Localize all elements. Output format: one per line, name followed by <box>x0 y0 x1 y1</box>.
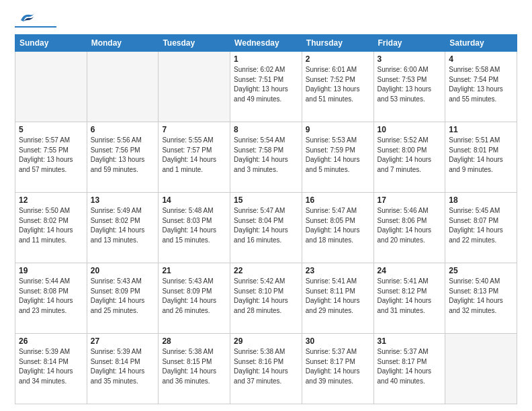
calendar-cell: 16Sunrise: 5:47 AMSunset: 8:05 PMDayligh… <box>302 193 373 263</box>
day-number: 22 <box>234 266 298 275</box>
cell-info: Sunrise: 5:44 AMSunset: 8:08 PMDaylight:… <box>19 277 83 316</box>
calendar-table: SundayMondayTuesdayWednesdayThursdayFrid… <box>15 34 517 404</box>
weekday-header-sunday: Sunday <box>15 35 87 52</box>
calendar-cell <box>445 334 517 404</box>
day-number: 17 <box>378 195 442 205</box>
cell-info: Sunrise: 5:54 AMSunset: 7:58 PMDaylight:… <box>234 136 298 175</box>
cell-info: Sunrise: 6:01 AMSunset: 7:52 PMDaylight:… <box>306 65 370 104</box>
calendar-cell: 24Sunrise: 5:41 AMSunset: 8:12 PMDayligh… <box>373 263 445 334</box>
cell-info: Sunrise: 5:47 AMSunset: 8:05 PMDaylight:… <box>306 206 370 245</box>
day-number: 10 <box>378 125 442 134</box>
day-number: 7 <box>162 125 226 134</box>
day-number: 6 <box>91 125 155 134</box>
cell-info: Sunrise: 5:51 AMSunset: 8:01 PMDaylight:… <box>449 136 513 175</box>
calendar-cell: 20Sunrise: 5:43 AMSunset: 8:09 PMDayligh… <box>87 263 159 334</box>
day-number: 31 <box>378 336 442 346</box>
logo-icon <box>17 11 36 26</box>
calendar-cell: 14Sunrise: 5:48 AMSunset: 8:03 PMDayligh… <box>159 193 230 263</box>
calendar-cell: 28Sunrise: 5:38 AMSunset: 8:15 PMDayligh… <box>159 334 230 404</box>
cell-info: Sunrise: 5:50 AMSunset: 8:02 PMDaylight:… <box>19 206 83 245</box>
calendar-cell: 10Sunrise: 5:52 AMSunset: 8:00 PMDayligh… <box>373 122 445 193</box>
day-number: 3 <box>378 54 442 64</box>
cell-info: Sunrise: 5:40 AMSunset: 8:13 PMDaylight:… <box>449 277 513 316</box>
day-number: 11 <box>449 125 513 134</box>
cell-info: Sunrise: 5:57 AMSunset: 7:55 PMDaylight:… <box>19 136 83 175</box>
day-number: 20 <box>91 266 155 275</box>
day-number: 9 <box>306 125 370 134</box>
cell-info: Sunrise: 5:39 AMSunset: 8:14 PMDaylight:… <box>19 347 83 386</box>
calendar-cell: 25Sunrise: 5:40 AMSunset: 8:13 PMDayligh… <box>445 263 517 334</box>
calendar-cell: 15Sunrise: 5:47 AMSunset: 8:04 PMDayligh… <box>230 193 302 263</box>
calendar-cell: 23Sunrise: 5:41 AMSunset: 8:11 PMDayligh… <box>302 263 373 334</box>
logo <box>15 12 56 28</box>
cell-info: Sunrise: 5:45 AMSunset: 8:07 PMDaylight:… <box>449 206 513 245</box>
day-number: 28 <box>162 336 226 346</box>
week-row-1: 1Sunrise: 6:02 AMSunset: 7:51 PMDaylight… <box>15 52 517 122</box>
day-number: 15 <box>234 195 298 205</box>
day-number: 25 <box>449 266 513 275</box>
calendar-cell: 21Sunrise: 5:43 AMSunset: 8:09 PMDayligh… <box>159 263 230 334</box>
weekday-header-friday: Friday <box>373 35 445 52</box>
week-row-2: 5Sunrise: 5:57 AMSunset: 7:55 PMDaylight… <box>15 122 517 193</box>
cell-info: Sunrise: 5:53 AMSunset: 7:59 PMDaylight:… <box>306 136 370 175</box>
day-number: 5 <box>19 125 83 134</box>
cell-info: Sunrise: 5:52 AMSunset: 8:00 PMDaylight:… <box>378 136 442 175</box>
calendar-cell <box>159 52 230 122</box>
day-number: 18 <box>449 195 513 205</box>
day-number: 13 <box>91 195 155 205</box>
calendar-cell: 9Sunrise: 5:53 AMSunset: 7:59 PMDaylight… <box>302 122 373 193</box>
day-number: 30 <box>306 336 370 346</box>
cell-info: Sunrise: 5:37 AMSunset: 8:17 PMDaylight:… <box>378 347 442 386</box>
weekday-header-thursday: Thursday <box>302 35 373 52</box>
weekday-header-monday: Monday <box>87 35 159 52</box>
week-row-3: 12Sunrise: 5:50 AMSunset: 8:02 PMDayligh… <box>15 193 517 263</box>
day-number: 27 <box>91 336 155 346</box>
calendar-cell <box>87 52 159 122</box>
calendar-cell: 18Sunrise: 5:45 AMSunset: 8:07 PMDayligh… <box>445 193 517 263</box>
page: SundayMondayTuesdayWednesdayThursdayFrid… <box>0 0 532 411</box>
cell-info: Sunrise: 5:48 AMSunset: 8:03 PMDaylight:… <box>162 206 226 245</box>
cell-info: Sunrise: 5:46 AMSunset: 8:06 PMDaylight:… <box>378 206 442 245</box>
calendar-cell: 27Sunrise: 5:39 AMSunset: 8:14 PMDayligh… <box>87 334 159 404</box>
cell-info: Sunrise: 5:38 AMSunset: 8:16 PMDaylight:… <box>234 347 298 386</box>
day-number: 8 <box>234 125 298 134</box>
cell-info: Sunrise: 5:56 AMSunset: 7:56 PMDaylight:… <box>91 136 155 175</box>
weekday-header-tuesday: Tuesday <box>159 35 230 52</box>
calendar-cell: 31Sunrise: 5:37 AMSunset: 8:17 PMDayligh… <box>373 334 445 404</box>
cell-info: Sunrise: 5:43 AMSunset: 8:09 PMDaylight:… <box>91 277 155 316</box>
day-number: 29 <box>234 336 298 346</box>
cell-info: Sunrise: 5:41 AMSunset: 8:12 PMDaylight:… <box>378 277 442 316</box>
calendar-cell: 29Sunrise: 5:38 AMSunset: 8:16 PMDayligh… <box>230 334 302 404</box>
day-number: 16 <box>306 195 370 205</box>
cell-info: Sunrise: 6:02 AMSunset: 7:51 PMDaylight:… <box>234 65 298 104</box>
cell-info: Sunrise: 5:47 AMSunset: 8:04 PMDaylight:… <box>234 206 298 245</box>
calendar-cell: 1Sunrise: 6:02 AMSunset: 7:51 PMDaylight… <box>230 52 302 122</box>
day-number: 1 <box>234 54 298 64</box>
weekday-header-row: SundayMondayTuesdayWednesdayThursdayFrid… <box>15 35 517 52</box>
weekday-header-wednesday: Wednesday <box>230 35 302 52</box>
calendar-cell <box>15 52 87 122</box>
header <box>15 12 517 28</box>
calendar-cell: 26Sunrise: 5:39 AMSunset: 8:14 PMDayligh… <box>15 334 87 404</box>
cell-info: Sunrise: 5:49 AMSunset: 8:02 PMDaylight:… <box>91 206 155 245</box>
calendar-cell: 2Sunrise: 6:01 AMSunset: 7:52 PMDaylight… <box>302 52 373 122</box>
calendar-cell: 30Sunrise: 5:37 AMSunset: 8:17 PMDayligh… <box>302 334 373 404</box>
cell-info: Sunrise: 5:42 AMSunset: 8:10 PMDaylight:… <box>234 277 298 316</box>
week-row-5: 26Sunrise: 5:39 AMSunset: 8:14 PMDayligh… <box>15 334 517 404</box>
calendar-cell: 7Sunrise: 5:55 AMSunset: 7:57 PMDaylight… <box>159 122 230 193</box>
cell-info: Sunrise: 5:43 AMSunset: 8:09 PMDaylight:… <box>162 277 226 316</box>
cell-info: Sunrise: 5:38 AMSunset: 8:15 PMDaylight:… <box>162 347 226 386</box>
calendar-cell: 12Sunrise: 5:50 AMSunset: 8:02 PMDayligh… <box>15 193 87 263</box>
calendar-cell: 3Sunrise: 6:00 AMSunset: 7:53 PMDaylight… <box>373 52 445 122</box>
calendar-cell: 17Sunrise: 5:46 AMSunset: 8:06 PMDayligh… <box>373 193 445 263</box>
cell-info: Sunrise: 5:55 AMSunset: 7:57 PMDaylight:… <box>162 136 226 175</box>
day-number: 23 <box>306 266 370 275</box>
calendar-cell: 19Sunrise: 5:44 AMSunset: 8:08 PMDayligh… <box>15 263 87 334</box>
calendar-cell: 5Sunrise: 5:57 AMSunset: 7:55 PMDaylight… <box>15 122 87 193</box>
week-row-4: 19Sunrise: 5:44 AMSunset: 8:08 PMDayligh… <box>15 263 517 334</box>
calendar-cell: 6Sunrise: 5:56 AMSunset: 7:56 PMDaylight… <box>87 122 159 193</box>
calendar-cell: 8Sunrise: 5:54 AMSunset: 7:58 PMDaylight… <box>230 122 302 193</box>
cell-info: Sunrise: 5:37 AMSunset: 8:17 PMDaylight:… <box>306 347 370 386</box>
cell-info: Sunrise: 5:58 AMSunset: 7:54 PMDaylight:… <box>449 65 513 104</box>
cell-info: Sunrise: 6:00 AMSunset: 7:53 PMDaylight:… <box>378 65 442 104</box>
